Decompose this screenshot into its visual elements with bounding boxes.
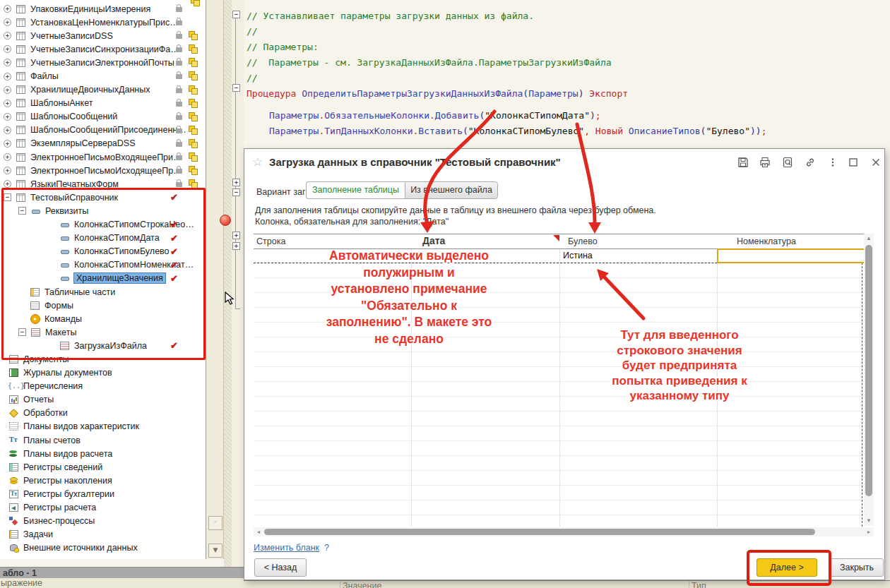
expand-icon[interactable]	[4, 5, 11, 13]
business-processes-icon	[9, 517, 18, 525]
annotation-line: будет предпринята	[574, 358, 785, 373]
object-lock-icon	[189, 71, 195, 78]
tree-scrollbar[interactable]: ◦ ▼	[206, 0, 224, 559]
scroll-up-icon[interactable]: ▲	[864, 234, 874, 244]
tree-item-label: ШаблоныСообщений	[30, 112, 117, 121]
tree-item[interactable]: УстановкаЦенНоменклатурыПрис…	[0, 16, 206, 29]
annotation-note-1: Автоматически выделено полужирным и уста…	[302, 248, 516, 347]
help-link[interactable]: ?	[324, 543, 329, 553]
expand-icon[interactable]	[4, 153, 11, 161]
catalog-icon	[16, 59, 25, 67]
tree-item[interactable]: ШаблоныСообщенийПрисоединенн…	[0, 124, 206, 137]
scroll-down-icon[interactable]: ▼	[864, 516, 874, 526]
table-header-row: Строка Дата Булево Номенклатура	[254, 234, 864, 249]
tree-item[interactable]: ХранилищеДвоичныхДанных	[0, 83, 206, 97]
tree-item[interactable]: Планы счетов	[0, 433, 206, 447]
splitter-strip[interactable]	[224, 0, 232, 588]
column-separator	[340, 581, 340, 588]
code-comment: //	[247, 24, 258, 40]
tree-item[interactable]: Планы видов характеристик	[0, 420, 206, 433]
save-icon[interactable]	[735, 155, 751, 169]
fold-collapse-icon[interactable]	[232, 84, 240, 92]
tree-item[interactable]: Внешние источники данных	[0, 541, 206, 555]
scroll-down-icon[interactable]: ▼	[208, 544, 222, 558]
expand-icon[interactable]	[4, 45, 11, 53]
tree-item[interactable]: ШаблоныАнкет	[0, 97, 206, 110]
close-button[interactable]: Закрыть	[830, 558, 884, 577]
code-editor[interactable]: // Устанавливает параметры загрузки данн…	[244, 0, 890, 148]
preview-icon[interactable]	[780, 155, 795, 169]
catalog-icon	[16, 85, 25, 94]
tree-item[interactable]: Регистры бухгалтерии	[0, 487, 206, 500]
tree-item[interactable]: Планы видов расчета	[0, 447, 206, 460]
tree-item[interactable]: УпаковкиЕдиницыИзмерения	[0, 2, 206, 16]
boolean-cell-value[interactable]: Истина	[563, 251, 593, 260]
tree-item[interactable]: УчетныеЗаписиСинхронизацииФа…	[0, 42, 206, 56]
tree-item[interactable]: ЭлектронноеПисьмоИсходящееПр…	[0, 164, 206, 177]
annotation-line: Тут для введенного	[574, 328, 785, 343]
tree-item[interactable]: Регистры накопления	[0, 474, 206, 487]
column-header-date[interactable]: Дата	[422, 235, 445, 246]
horizontal-scrollbar[interactable]: ◂ ▸	[254, 527, 874, 536]
fold-expand-icon[interactable]	[232, 179, 240, 186]
expand-icon[interactable]	[4, 140, 11, 148]
expand-icon[interactable]	[4, 59, 11, 66]
breakpoint-icon[interactable]	[220, 215, 231, 226]
operator: ;	[595, 110, 601, 121]
tree-item[interactable]: Журналы документов	[0, 366, 206, 380]
expand-icon[interactable]	[4, 126, 11, 134]
expand-icon[interactable]	[4, 167, 11, 174]
back-button[interactable]: < Назад	[254, 558, 307, 577]
tree-item-label: ШаблоныСообщенийПрисоединенн…	[30, 125, 186, 135]
scroll-button[interactable]: ◦	[208, 516, 222, 530]
expand-icon[interactable]	[4, 73, 11, 80]
document-journals-icon	[9, 368, 18, 377]
link-icon[interactable]	[802, 155, 818, 169]
column-header-string[interactable]: Строка	[256, 236, 285, 246]
column-header-boolean[interactable]: Булево	[568, 236, 598, 246]
more-icon[interactable]	[825, 155, 841, 169]
close-icon[interactable]	[868, 155, 884, 169]
tree-item[interactable]: Файлы	[0, 69, 206, 83]
tree-item[interactable]: ЭкземплярыСервераDSS	[0, 137, 206, 150]
expand-icon[interactable]	[4, 180, 11, 188]
tree-item[interactable]: Бизнес-процессы	[0, 515, 206, 528]
tree-item[interactable]: ЭлектронноеПисьмоВходящееПри…	[0, 150, 206, 164]
expand-icon[interactable]	[4, 18, 11, 26]
tree-item[interactable]: Отчеты	[0, 393, 206, 407]
lock-icon	[176, 155, 182, 160]
tree-item[interactable]: Перечисления	[0, 380, 206, 393]
vertical-scrollbar[interactable]: ▲ ▼	[864, 234, 874, 526]
column-line	[559, 234, 560, 527]
tab-from-file[interactable]: Из внешнего файла	[405, 181, 498, 199]
column-header-nomenclature[interactable]: Номенклатура	[737, 236, 796, 246]
tree-item[interactable]: ШаблоныСообщений	[0, 110, 206, 124]
scroll-left-icon[interactable]: ◂	[254, 527, 263, 536]
expand-icon[interactable]	[4, 100, 11, 107]
fold-collapse-icon[interactable]	[232, 188, 240, 196]
selected-cell[interactable]	[717, 248, 871, 263]
favorite-star-icon[interactable]: ☆	[252, 155, 263, 169]
maximize-icon[interactable]	[846, 155, 861, 169]
scrollbar-thumb[interactable]	[264, 529, 815, 535]
tree-item-label: ЭлектронноеПисьмоВходящееПри…	[30, 152, 182, 162]
fold-guide-line	[235, 18, 236, 309]
tree-item[interactable]: Обработки	[0, 407, 206, 420]
expand-icon[interactable]	[4, 86, 11, 94]
tree-item[interactable]: Регистры расчета	[0, 500, 206, 514]
fold-expand-icon[interactable]	[232, 232, 240, 239]
tree-item[interactable]: Задачи	[0, 528, 206, 541]
tree-item[interactable]: УчетныеЗаписиЭлектроннойПочты	[0, 56, 206, 69]
tab-fill-table[interactable]: Заполнение таблицы	[306, 181, 405, 199]
expand-icon[interactable]	[4, 113, 11, 121]
tree-item[interactable]: УчетныеЗаписиDSS	[0, 29, 206, 42]
scrollbar-thumb[interactable]	[865, 245, 872, 496]
operator: ;	[761, 126, 767, 136]
scroll-right-icon[interactable]: ▸	[864, 527, 874, 536]
expand-icon[interactable]	[4, 32, 11, 40]
fold-collapse-icon[interactable]	[232, 11, 240, 18]
edit-form-link[interactable]: Изменить бланк	[254, 543, 319, 553]
print-icon[interactable]	[757, 155, 773, 169]
tree-item[interactable]: Регистры сведений	[0, 460, 206, 474]
fold-expand-icon[interactable]	[232, 242, 240, 250]
